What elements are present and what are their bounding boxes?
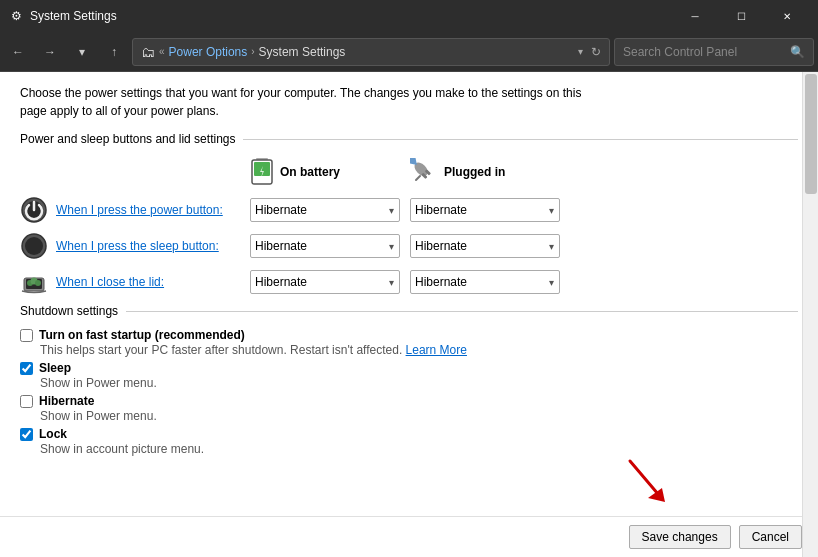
sleep-label[interactable]: Sleep — [39, 361, 71, 375]
lid-battery-select[interactable]: Hibernate Do nothing Sleep Shut down — [250, 270, 400, 294]
learn-more-link[interactable]: Learn More — [406, 343, 467, 357]
cancel-button[interactable]: Cancel — [739, 525, 802, 549]
svg-point-14 — [35, 280, 41, 286]
search-box[interactable]: 🔍 — [614, 38, 814, 66]
lid-plugged-select[interactable]: Hibernate Do nothing Sleep Shut down — [410, 270, 560, 294]
title-bar-icon: ⚙ — [8, 8, 24, 24]
power-plugged-wrapper: Hibernate Do nothing Sleep Shut down — [410, 198, 560, 222]
fast-startup-row: Turn on fast startup (recommended) — [20, 328, 798, 342]
sleep-plugged-dropdown[interactable]: Hibernate Do nothing Sleep Shut down — [410, 234, 570, 258]
intro-line2: page apply to all of your power plans. — [20, 104, 219, 118]
power-button-label[interactable]: When I press the power button: — [20, 196, 250, 224]
table-header-row: On battery Plugged in — [20, 156, 798, 188]
sleep-plugged-select[interactable]: Hibernate Do nothing Sleep Shut down — [410, 234, 560, 258]
recent-button[interactable]: ▾ — [68, 38, 96, 66]
battery-icon — [250, 156, 274, 188]
fast-startup-item: Turn on fast startup (recommended) This … — [20, 328, 798, 357]
plugged-col-header: Plugged in — [410, 158, 570, 186]
svg-line-15 — [630, 461, 658, 494]
refresh-icon[interactable]: ↻ — [591, 45, 601, 59]
lock-label[interactable]: Lock — [39, 427, 67, 441]
fast-startup-sub: This helps start your PC faster after sh… — [40, 343, 798, 357]
lid-plugged-dropdown[interactable]: Hibernate Do nothing Sleep Shut down — [410, 270, 570, 294]
forward-button[interactable]: → — [36, 38, 64, 66]
bottom-bar: Save changes Cancel — [0, 516, 818, 557]
search-input[interactable] — [623, 45, 786, 59]
sleep-battery-select[interactable]: Hibernate Do nothing Sleep Shut down — [250, 234, 400, 258]
scrollbar-thumb[interactable] — [805, 74, 817, 194]
hibernate-item: Hibernate Show in Power menu. — [20, 394, 798, 423]
folder-icon: 🗂 — [141, 44, 155, 60]
lid-close-row: When I close the lid: Hibernate Do nothi… — [20, 268, 798, 296]
sleep-sub: Show in Power menu. — [40, 376, 798, 390]
power-button-row: When I press the power button: Hibernate… — [20, 196, 798, 224]
lid-close-icon — [20, 268, 48, 296]
minimize-button[interactable]: ─ — [672, 0, 718, 32]
maximize-button[interactable]: ☐ — [718, 0, 764, 32]
lid-battery-dropdown[interactable]: Hibernate Do nothing Sleep Shut down — [250, 270, 410, 294]
search-icon: 🔍 — [790, 45, 805, 59]
sleep-checkbox[interactable] — [20, 362, 33, 375]
fast-startup-label[interactable]: Turn on fast startup (recommended) — [39, 328, 245, 342]
sleep-button-icon — [20, 232, 48, 260]
lock-item: Lock Show in account picture menu. — [20, 427, 798, 456]
battery-col-header: On battery — [250, 156, 410, 188]
sleep-row: Sleep — [20, 361, 798, 375]
fast-startup-checkbox[interactable] — [20, 329, 33, 342]
lid-close-label[interactable]: When I close the lid: — [20, 268, 250, 296]
plug-icon — [410, 158, 438, 186]
address-box: 🗂 « Power Options › System Settings ▾ ↻ — [132, 38, 610, 66]
lock-sub: Show in account picture menu. — [40, 442, 798, 456]
power-battery-dropdown[interactable]: Hibernate Do nothing Sleep Shut down — [250, 198, 410, 222]
sleep-button-row: When I press the sleep button: Hibernate… — [20, 232, 798, 260]
sleep-plugged-wrapper: Hibernate Do nothing Sleep Shut down — [410, 234, 560, 258]
power-battery-select[interactable]: Hibernate Do nothing Sleep Shut down — [250, 198, 400, 222]
section-header-buttons: Power and sleep buttons and lid settings — [20, 132, 798, 146]
sleep-button-label[interactable]: When I press the sleep button: — [20, 232, 250, 260]
red-arrow-indicator — [620, 456, 670, 509]
scrollbar-track[interactable] — [802, 72, 818, 557]
lid-plugged-wrapper: Hibernate Do nothing Sleep Shut down — [410, 270, 560, 294]
up-button[interactable]: ↑ — [100, 38, 128, 66]
hibernate-row: Hibernate — [20, 394, 798, 408]
sleep-battery-wrapper: Hibernate Do nothing Sleep Shut down — [250, 234, 400, 258]
power-battery-wrapper: Hibernate Do nothing Sleep Shut down — [250, 198, 400, 222]
main-content: Choose the power settings that you want … — [0, 72, 818, 557]
back-button[interactable]: ← — [4, 38, 32, 66]
title-bar-title: System Settings — [30, 9, 672, 23]
hibernate-checkbox[interactable] — [20, 395, 33, 408]
sleep-battery-dropdown[interactable]: Hibernate Do nothing Sleep Shut down — [250, 234, 410, 258]
breadcrumb-current: System Settings — [259, 45, 346, 59]
intro-line1: Choose the power settings that you want … — [20, 86, 581, 100]
save-changes-button[interactable]: Save changes — [629, 525, 731, 549]
power-plugged-dropdown[interactable]: Hibernate Do nothing Sleep Shut down — [410, 198, 570, 222]
close-button[interactable]: ✕ — [764, 0, 810, 32]
breadcrumb-link-power-options[interactable]: Power Options — [169, 45, 248, 59]
power-button-icon — [20, 196, 48, 224]
lock-checkbox[interactable] — [20, 428, 33, 441]
hibernate-sub: Show in Power menu. — [40, 409, 798, 423]
lock-row: Lock — [20, 427, 798, 441]
address-chevron-icon[interactable]: ▾ — [578, 46, 583, 57]
title-bar: ⚙ System Settings ─ ☐ ✕ — [0, 0, 818, 32]
sleep-item: Sleep Show in Power menu. — [20, 361, 798, 390]
lid-battery-wrapper: Hibernate Do nothing Sleep Shut down — [250, 270, 400, 294]
breadcrumb-sep-start: « — [159, 46, 165, 57]
power-plugged-select[interactable]: Hibernate Do nothing Sleep Shut down — [410, 198, 560, 222]
intro-text: Choose the power settings that you want … — [20, 84, 798, 120]
breadcrumb-sep-1: › — [251, 46, 254, 57]
hibernate-label[interactable]: Hibernate — [39, 394, 94, 408]
breadcrumb: « Power Options › System Settings — [159, 45, 574, 59]
title-bar-controls: ─ ☐ ✕ — [672, 0, 810, 32]
section-header-shutdown: Shutdown settings — [20, 304, 798, 318]
content-inner: Choose the power settings that you want … — [0, 72, 818, 516]
address-bar: ← → ▾ ↑ 🗂 « Power Options › System Setti… — [0, 32, 818, 72]
svg-point-9 — [25, 237, 43, 255]
